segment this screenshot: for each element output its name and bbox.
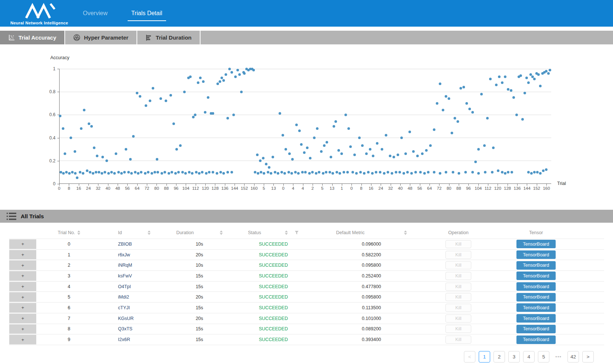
x-tick-mark — [371, 184, 371, 186]
header-operation: Operation — [427, 230, 490, 235]
scatter-point — [127, 171, 130, 173]
filter-icon[interactable] — [294, 230, 299, 235]
sort-icon[interactable] — [285, 230, 288, 235]
tensorboard-button[interactable]: TensorBoard — [516, 303, 556, 312]
scatter-point — [282, 134, 284, 136]
scatter-point — [457, 120, 459, 123]
scatter-point — [414, 171, 417, 173]
tensorboard-button[interactable]: TensorBoard — [516, 282, 556, 291]
scatter-point — [262, 157, 265, 159]
tab-hyper-parameter[interactable]: Hyper Parameter — [65, 31, 137, 44]
scatter-point — [376, 142, 378, 145]
scatter-point — [389, 155, 391, 157]
nav-tab-trials-detail[interactable]: Trials Detail — [131, 8, 163, 19]
x-tick-mark — [400, 184, 401, 186]
tab-trial-duration[interactable]: Trial Duration — [137, 31, 201, 44]
tensorboard-button[interactable]: TensorBoard — [516, 240, 556, 248]
scatter-point — [349, 145, 352, 148]
scatter-point — [536, 171, 539, 173]
x-tick-mark — [342, 184, 342, 186]
expand-row-button[interactable]: + — [9, 239, 37, 249]
tensorboard-button[interactable]: TensorBoard — [516, 314, 556, 323]
scatter-point — [159, 97, 162, 100]
expand-row-button[interactable]: + — [9, 303, 37, 313]
x-tick-mark — [381, 184, 381, 186]
kill-button[interactable]: Kill — [445, 325, 471, 333]
kill-button[interactable]: Kill — [445, 314, 471, 323]
cell-trial-no: 9 — [37, 337, 101, 342]
tensorboard-button[interactable]: TensorBoard — [516, 261, 556, 270]
scatter-point — [537, 73, 540, 76]
scatter-point — [480, 93, 483, 95]
expand-row-button[interactable]: + — [9, 250, 37, 260]
scatter-point — [383, 172, 385, 175]
expand-row-button[interactable]: + — [9, 334, 37, 345]
kill-button[interactable]: Kill — [445, 304, 471, 312]
header-status: Status — [231, 230, 316, 235]
x-tick-mark — [59, 184, 60, 186]
scatter-point — [404, 152, 407, 155]
scatter-point — [268, 166, 270, 169]
kill-button[interactable]: Kill — [445, 251, 471, 259]
sort-icon[interactable] — [220, 230, 223, 235]
scatter-point — [462, 86, 465, 88]
sort-icon[interactable] — [404, 230, 407, 235]
sort-icon[interactable] — [148, 230, 151, 235]
pagination-page-4[interactable]: 4 — [523, 351, 535, 363]
expand-row-button[interactable]: + — [9, 313, 37, 324]
scatter-point — [272, 156, 274, 158]
expand-row-button[interactable]: + — [9, 260, 37, 270]
cell-duration: 15s — [168, 273, 231, 279]
tensorboard-button[interactable]: TensorBoard — [516, 272, 556, 280]
expand-row-button[interactable]: + — [9, 271, 37, 281]
scatter-point — [298, 129, 301, 132]
cell-duration: 10s — [168, 242, 231, 247]
scatter-point — [330, 156, 332, 158]
pagination-ellipsis: ••• — [553, 351, 564, 363]
kill-button[interactable]: Kill — [445, 240, 471, 248]
scatter-point — [507, 88, 509, 91]
pagination-page-1[interactable]: 1 — [479, 351, 490, 363]
gridline — [60, 161, 551, 161]
pagination-page-5[interactable]: 5 — [538, 351, 549, 363]
x-tick-mark — [439, 184, 439, 186]
expand-row-button[interactable]: + — [9, 324, 37, 334]
x-tick-mark — [508, 184, 508, 186]
tensorboard-button[interactable]: TensorBoard — [516, 293, 556, 301]
nni-trials-detail-page: Neural Network Intelligence Overview Tri… — [0, 0, 613, 364]
kill-button[interactable]: Kill — [445, 293, 471, 301]
scatter-point — [379, 171, 381, 173]
x-tick-mark — [546, 184, 547, 186]
scatter-point — [539, 172, 542, 175]
scatter-point — [107, 172, 110, 175]
expand-row-button[interactable]: + — [9, 292, 37, 302]
pagination-page-2[interactable]: 2 — [494, 351, 505, 363]
pagination-page-42[interactable]: 42 — [567, 351, 579, 363]
tab-trial-accuracy[interactable]: Trial Accuracy — [0, 31, 65, 44]
nav-tab-overview[interactable]: Overview — [82, 8, 108, 19]
scatter-point — [525, 77, 528, 79]
scatter-point — [181, 171, 184, 173]
pagination-page-3[interactable]: 3 — [508, 351, 520, 363]
tensorboard-button[interactable]: TensorBoard — [516, 325, 556, 333]
scatter-point — [207, 96, 209, 99]
kill-button[interactable]: Kill — [445, 261, 471, 269]
tensorboard-button[interactable]: TensorBoard — [516, 250, 556, 259]
expand-row-button[interactable]: + — [9, 282, 37, 292]
scatter-point — [464, 171, 467, 173]
scatter-point — [252, 69, 255, 71]
kill-button[interactable]: Kill — [445, 272, 471, 280]
scatter-point — [65, 171, 68, 173]
kill-button[interactable]: Kill — [445, 283, 471, 291]
status-badge: SUCCEEDED — [231, 326, 316, 331]
scatter-point — [309, 157, 311, 159]
cell-trial-no: 8 — [37, 326, 101, 331]
tensorboard-button[interactable]: TensorBoard — [516, 336, 556, 344]
nav-tabs: Overview Trials Detail — [82, 0, 163, 27]
kill-button[interactable]: Kill — [445, 336, 471, 344]
scatter-point — [151, 172, 153, 175]
scatter-point — [436, 102, 438, 105]
pagination-next-button[interactable]: > — [582, 351, 594, 363]
sort-icon[interactable] — [77, 230, 80, 235]
scatter-point — [375, 171, 377, 173]
